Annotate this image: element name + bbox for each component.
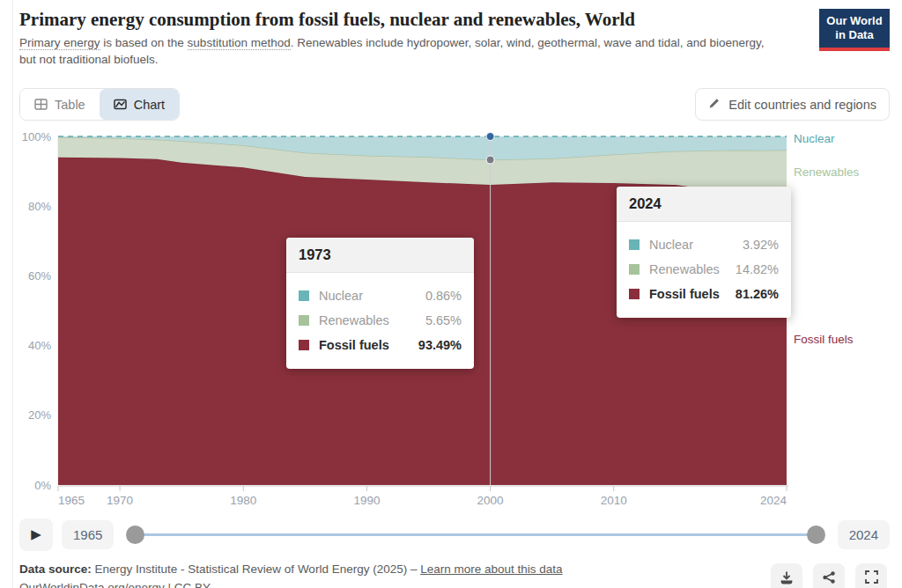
slider-handle-start[interactable] <box>126 526 144 544</box>
download-icon <box>780 570 794 588</box>
tooltip-year: 1973 <box>286 238 474 273</box>
tooltip-row-fossil-fuels: Fossil fuels 81.26% <box>629 282 779 306</box>
slider-track[interactable] <box>134 533 817 536</box>
owid-logo[interactable]: Our World in Data <box>819 9 890 51</box>
tooltip-1973: 1973 Nuclear 0.86% Renewables 5.65% Foss… <box>286 238 474 369</box>
pencil-icon <box>708 97 721 112</box>
fullscreen-button[interactable] <box>855 563 887 588</box>
renewables-swatch <box>629 264 640 275</box>
x-tick-label: 1990 <box>353 494 380 507</box>
x-tick-label: 1980 <box>230 494 256 507</box>
tab-table[interactable]: Table <box>20 89 100 120</box>
tooltip-row-renewables: Renewables 14.82% <box>629 257 779 282</box>
area-chart-icon <box>114 98 127 111</box>
entity-label-renewables[interactable]: Renewables <box>794 165 859 179</box>
slider-handle-end[interactable] <box>807 526 825 544</box>
x-tick-label: 2024 <box>760 494 787 507</box>
chart-subtitle: Primary energy is based on the substitut… <box>19 35 770 69</box>
fullscreen-icon <box>865 570 878 588</box>
learn-more-link[interactable]: Learn more about this data <box>420 562 562 576</box>
owid-grapher: Primary energy consumption from fossil f… <box>0 0 902 588</box>
chart-action-buttons <box>771 563 887 588</box>
download-button[interactable] <box>771 563 802 588</box>
hover-marker-dot <box>486 156 494 164</box>
nuclear-swatch <box>629 239 640 250</box>
timeline-start-year[interactable]: 1965 <box>62 520 114 549</box>
play-button[interactable]: ▶ <box>19 518 53 551</box>
tooltip-year: 2024 <box>617 187 791 222</box>
timeline-end-year[interactable]: 2024 <box>838 520 890 549</box>
data-source-line: Data source: Energy Institute - Statisti… <box>19 562 563 576</box>
nuclear-swatch <box>299 290 309 301</box>
y-tick-label: 100% <box>22 130 52 143</box>
timeline: ▶ 1965 2024 <box>19 518 890 551</box>
hover-marker-dot <box>486 133 494 141</box>
entity-label-nuclear[interactable]: Nuclear <box>794 132 835 145</box>
y-tick-label: 0% <box>34 479 51 492</box>
x-tick-label: 2000 <box>477 494 504 507</box>
view-tabs: Table Chart <box>19 88 180 121</box>
fossil-fuels-swatch <box>629 289 640 299</box>
y-tick-label: 60% <box>28 269 51 283</box>
renewables-swatch <box>299 315 309 326</box>
fossil-fuels-swatch <box>299 340 309 350</box>
tooltip-2024: 2024 Nuclear 3.92% Renewables 14.82% Fos… <box>617 187 791 318</box>
share-icon <box>822 570 836 588</box>
page-title: Primary energy consumption from fossil f… <box>19 9 803 31</box>
entity-label-fossil-fuels[interactable]: Fossil fuels <box>794 333 854 346</box>
y-tick-label: 80% <box>28 200 51 213</box>
tab-chart[interactable]: Chart <box>100 89 179 120</box>
edit-countries-button[interactable]: Edit countries and regions <box>695 88 890 121</box>
tooltip-row-nuclear: Nuclear 3.92% <box>629 232 779 257</box>
tooltip-row-nuclear: Nuclear 0.86% <box>299 283 462 308</box>
y-tick-label: 40% <box>28 339 51 352</box>
term-substitution-method[interactable]: substitution method <box>188 36 291 50</box>
timeline-slider[interactable] <box>126 518 824 551</box>
term-primary-energy[interactable]: Primary energy <box>19 36 100 50</box>
grid-icon <box>34 98 48 111</box>
share-button[interactable] <box>813 563 845 588</box>
x-tick-label: 2010 <box>601 494 627 507</box>
tooltip-row-renewables: Renewables 5.65% <box>299 308 462 333</box>
x-tick-label: 1965 <box>58 494 85 507</box>
x-tick-label: 1970 <box>107 494 133 507</box>
tooltip-row-fossil-fuels: Fossil fuels 93.49% <box>299 333 462 357</box>
y-tick-label: 20% <box>28 408 51 422</box>
license-line: OurWorldinData.org/energy | CC BY <box>19 581 211 588</box>
